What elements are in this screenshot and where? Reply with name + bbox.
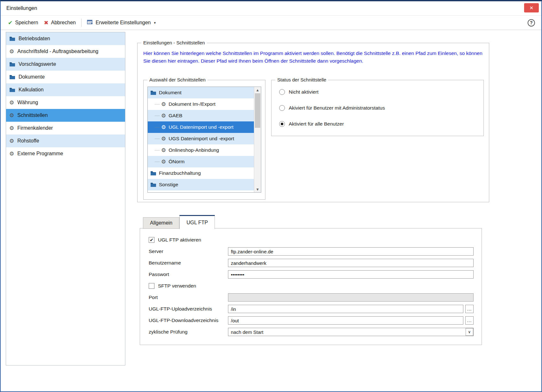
tree-item-oenorm[interactable]: ⚙ ÖNorm — [148, 156, 254, 167]
gear-icon: ⚙ — [9, 113, 14, 118]
interface-selection-group: Auswahl der Schnittstellen Dokument ⚙ Do… — [143, 80, 265, 200]
scrollbar-thumb[interactable] — [255, 93, 260, 128]
folder-icon — [9, 74, 15, 80]
ugl-ftp-aktivieren-row: ✔ UGL FTP aktivieren — [149, 234, 474, 246]
tree-item-label: ÖNorm — [169, 159, 185, 165]
tab-ugl-ftp[interactable]: UGL FTP — [179, 215, 215, 229]
schnittstellen-settings-group: Einstellungen - Schnittstellen Hier könn… — [137, 43, 489, 202]
selection-group-title: Auswahl der Schnittstellen — [147, 77, 208, 82]
sidebar-item-label: Kalkulation — [19, 87, 43, 93]
folder-icon — [150, 90, 156, 95]
sidebar-item-firmenkalender[interactable]: ⚙ Firmenkalender — [6, 122, 125, 135]
settings-description: Hier können Sie hinterlegen welche Schni… — [143, 50, 483, 65]
close-button[interactable]: ✕ — [524, 3, 539, 12]
sidebar-item-schnittstellen[interactable]: ⚙ Schnittstellen — [6, 109, 125, 122]
scroll-up-icon[interactable]: ▲ — [254, 87, 261, 93]
sidebar-item-externe-programme[interactable]: ⚙ Externe Programme — [6, 147, 125, 160]
tree-item-ugl-datenimport[interactable]: ⚙ UGL Datenimport und -export — [148, 121, 254, 133]
cancel-label: Abbrechen — [51, 20, 76, 26]
tree-item-ugs-datenimport[interactable]: ⚙ UGS Datenimport und -export — [148, 133, 254, 144]
advanced-settings-icon — [87, 20, 93, 26]
download-verzeichnis-input[interactable] — [228, 316, 463, 325]
toolbar-separator — [81, 19, 82, 27]
tree-item-dokument[interactable]: Dokument — [148, 87, 254, 98]
tree-item-onlineshop-anbindung[interactable]: ⚙ Onlineshop-Anbindung — [148, 144, 254, 156]
tree-item-dokument-im-export[interactable]: ⚙ Dokument Im-/Export — [148, 98, 254, 110]
radio-label: Aktiviert für alle Benutzer — [289, 121, 344, 127]
sidebar-item-rohstoffe[interactable]: ⚙ Rohstoffe — [6, 135, 125, 147]
settings-category-list: Betriebsdaten ⚙ Anschriftsfeld - Auftrag… — [6, 32, 125, 365]
radio-label: Akiviert für Benutzer mit Administrators… — [289, 105, 385, 111]
radio-button-icon[interactable] — [279, 105, 285, 111]
radio-aktiviert-administrator[interactable]: Akiviert für Benutzer mit Administrators… — [271, 100, 483, 116]
tree-connector — [155, 127, 160, 127]
gear-icon: ⚙ — [161, 125, 166, 130]
sidebar-item-vorschlagswerte[interactable]: Vorschlagswerte — [6, 58, 125, 71]
sidebar-item-label: Vorschlagswerte — [19, 61, 56, 67]
sftp-verwenden-checkbox[interactable]: ✔ — [149, 283, 154, 289]
tree-item-finanzbuchhaltung[interactable]: Finanzbuchhaltung — [148, 167, 254, 179]
save-button[interactable]: ✔ Speichern — [5, 18, 41, 27]
upload-verzeichnis-input[interactable] — [228, 305, 463, 313]
gear-icon: ⚙ — [9, 138, 14, 144]
tree-scrollbar[interactable]: ▲ ▼ — [254, 87, 261, 192]
tree-item-label: UGS Datenimport und -export — [169, 136, 234, 142]
sidebar-item-waehrung[interactable]: ⚙ Währung — [6, 96, 125, 109]
help-button[interactable]: ? — [528, 19, 535, 27]
sidebar-item-dokumente[interactable]: Dokumente — [6, 71, 125, 83]
tree-item-label: Sonstige — [159, 182, 178, 188]
tree-connector — [155, 104, 160, 104]
cancel-cross-icon: ✖ — [44, 19, 48, 26]
passwort-row: Passwort — [149, 269, 474, 280]
folder-icon — [150, 182, 156, 187]
sidebar-item-anschriftsfeld[interactable]: ⚙ Anschriftsfeld - Auftragsbearbeitung — [6, 45, 125, 58]
radio-aktiviert-alle-benutzer[interactable]: Aktiviert für alle Benutzer — [271, 116, 483, 132]
cancel-button[interactable]: ✖ Abbrechen — [41, 18, 79, 27]
sidebar-item-label: Schnittstellen — [17, 112, 48, 118]
port-row: Port — [149, 292, 474, 303]
tree-item-label: Finanzbuchhaltung — [159, 170, 201, 176]
benutzername-input[interactable] — [228, 259, 474, 267]
folder-icon — [150, 171, 156, 176]
radio-button-icon[interactable] — [279, 89, 285, 95]
server-input[interactable] — [228, 247, 474, 256]
sidebar-item-betriebsdaten[interactable]: Betriebsdaten — [6, 32, 125, 45]
sftp-verwenden-label: SFTP verwenden — [158, 283, 196, 289]
upload-browse-button[interactable]: ... — [465, 305, 474, 313]
folder-icon — [9, 87, 15, 92]
advanced-settings-button[interactable]: Erweiterte Einstellungen ▾ — [84, 18, 159, 27]
tree-item-sonstige[interactable]: Sonstige — [148, 179, 254, 190]
chevron-down-icon: ▾ — [154, 21, 156, 25]
ugl-ftp-aktivieren-label: UGL FTP aktivieren — [158, 237, 201, 243]
tree-item-gaeb[interactable]: ⚙ GAEB — [148, 110, 254, 121]
settings-window: Einstellungen ✕ ✔ Speichern ✖ Abbrechen … — [0, 0, 542, 392]
gear-icon: ⚙ — [9, 49, 14, 54]
combo-arrow-icon[interactable]: ∨ — [466, 328, 473, 336]
gear-icon: ⚙ — [9, 126, 14, 131]
tree-item-label: UGL Datenimport und -export — [169, 124, 233, 130]
sftp-verwenden-row: ✔ SFTP verwenden — [149, 280, 474, 292]
interface-tree-list: Dokument ⚙ Dokument Im-/Export ⚙ GAEB — [148, 87, 254, 192]
gear-icon: ⚙ — [161, 113, 166, 119]
server-row: Server — [149, 246, 474, 257]
radio-nicht-aktiviert[interactable]: Nicht aktiviert — [271, 84, 483, 100]
download-browse-button[interactable]: ... — [465, 316, 474, 325]
tree-connector — [155, 139, 160, 139]
passwort-input[interactable] — [228, 270, 474, 279]
zyklische-pruefung-select[interactable]: nach dem Start ∨ — [228, 328, 474, 336]
tree-item-label: Onlineshop-Anbindung — [169, 147, 219, 153]
ugl-ftp-aktivieren-checkbox[interactable]: ✔ — [149, 237, 154, 243]
benutzername-row: Benutzername — [149, 257, 474, 269]
port-input — [228, 293, 474, 302]
sidebar-item-label: Anschriftsfeld - Auftragsbearbeitung — [17, 49, 98, 54]
close-icon: ✕ — [530, 5, 534, 11]
scroll-down-icon[interactable]: ▼ — [254, 186, 261, 192]
gear-icon: ⚙ — [161, 159, 166, 165]
sidebar-item-kalkulation[interactable]: Kalkulation — [6, 83, 125, 96]
tab-allgemein[interactable]: Allgemein — [143, 217, 179, 229]
upload-verzeichnis-row: UGL-FTP-Uploadverzeichnis ... — [149, 303, 474, 315]
radio-button-selected-icon[interactable] — [279, 121, 285, 127]
window-title: Einstellungen — [6, 5, 37, 11]
status-group-title: Status der Schnittstelle — [275, 77, 328, 82]
download-verzeichnis-row: UGL-FTP-Downloadverzeichnis ... — [149, 315, 474, 326]
